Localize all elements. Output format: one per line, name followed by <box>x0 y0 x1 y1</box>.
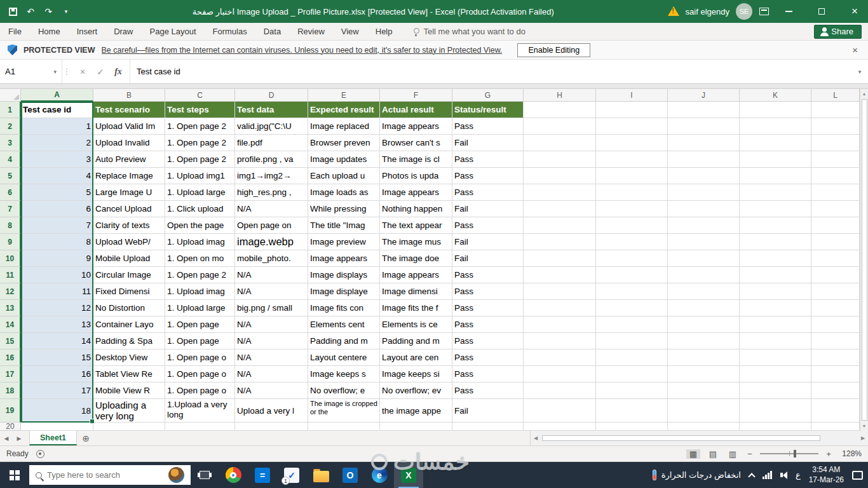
clock[interactable]: 3:54 AM 17-Mar-26 <box>809 465 844 485</box>
cell-G12[interactable]: Pass <box>452 283 524 300</box>
cancel-entry-icon[interactable]: × <box>75 67 90 77</box>
cell-F3[interactable]: Browser can't s <box>380 135 452 151</box>
cell-B19[interactable]: Uploading a very long <box>93 399 165 423</box>
cell-D4[interactable]: profile.png , va <box>235 151 308 168</box>
cell-I11[interactable] <box>596 267 668 283</box>
cell-D14[interactable]: N/A <box>235 316 308 333</box>
cell-K3[interactable] <box>740 135 811 151</box>
cell-C18[interactable]: 1. Open page o <box>165 383 235 399</box>
cell-K9[interactable] <box>740 234 811 250</box>
cell-E11[interactable]: Image displays <box>308 267 380 283</box>
cell-F17[interactable]: Image keeps si <box>380 366 452 383</box>
avatar[interactable]: SE <box>736 3 752 20</box>
cell-K15[interactable] <box>740 333 811 349</box>
cell-J14[interactable] <box>668 316 740 333</box>
cell-L4[interactable] <box>811 151 860 168</box>
cell-B7[interactable]: Cancel Upload <box>93 201 165 217</box>
share-button[interactable]: Share <box>814 25 862 39</box>
search-highlight-icon[interactable] <box>168 467 184 483</box>
cell-K7[interactable] <box>740 201 811 217</box>
cell-C8[interactable]: Open the page <box>165 217 235 234</box>
scroll-up-icon[interactable]: ▲ <box>860 89 868 98</box>
cell-E1[interactable]: Expected result <box>308 102 380 118</box>
search-input[interactable] <box>47 470 163 480</box>
cell-J9[interactable] <box>668 234 740 250</box>
column-header-F[interactable]: F <box>380 89 452 102</box>
taskbar-search[interactable] <box>29 465 191 485</box>
cell-B6[interactable]: Large Image U <box>93 184 165 201</box>
cell-G14[interactable]: Pass <box>452 316 524 333</box>
row-header-20[interactable]: 20 <box>0 423 21 431</box>
cell-F13[interactable]: Image fits the f <box>380 300 452 316</box>
cell-F6[interactable]: Image appears <box>380 184 452 201</box>
cell-B10[interactable]: Mobile Upload <box>93 250 165 267</box>
cell-E14[interactable]: Elements cent <box>308 316 380 333</box>
column-header-C[interactable]: C <box>165 89 235 102</box>
cell-L20[interactable] <box>811 423 860 431</box>
cell-B20[interactable] <box>93 423 165 431</box>
cell-B16[interactable]: Desktop View <box>93 349 165 366</box>
name-box-dropdown-icon[interactable]: ▾ <box>53 69 57 75</box>
normal-view-button[interactable]: ▦ <box>686 449 700 459</box>
cell-A4[interactable]: 3 <box>21 151 93 168</box>
cell-L6[interactable] <box>811 184 860 201</box>
cell-H19[interactable] <box>524 399 596 423</box>
cell-E13[interactable]: Image fits con <box>308 300 380 316</box>
column-header-E[interactable]: E <box>308 89 380 102</box>
cell-J11[interactable] <box>668 267 740 283</box>
cell-F10[interactable]: The image doe <box>380 250 452 267</box>
cell-D20[interactable] <box>235 423 308 431</box>
cell-L16[interactable] <box>811 349 860 366</box>
cell-H3[interactable] <box>524 135 596 151</box>
cell-L19[interactable] <box>811 399 860 423</box>
cell-G13[interactable]: Pass <box>452 300 524 316</box>
zoom-in-button[interactable]: + <box>824 449 833 459</box>
confirm-entry-icon[interactable]: ✓ <box>93 67 108 77</box>
cell-I4[interactable] <box>596 151 668 168</box>
cell-G17[interactable]: Pass <box>452 366 524 383</box>
cell-J2[interactable] <box>668 118 740 135</box>
sheet-nav-right-icon[interactable]: ▶ <box>13 435 25 442</box>
page-break-view-button[interactable]: ▥ <box>726 449 740 459</box>
cell-B15[interactable]: Padding & Spa <box>93 333 165 349</box>
cell-B4[interactable]: Auto Preview <box>93 151 165 168</box>
cell-L18[interactable] <box>811 383 860 399</box>
cell-L17[interactable] <box>811 366 860 383</box>
cell-I7[interactable] <box>596 201 668 217</box>
cell-D17[interactable]: N/A <box>235 366 308 383</box>
cell-D13[interactable]: big.png / small <box>235 300 308 316</box>
expand-formula-bar-icon[interactable]: ▾ <box>851 60 868 83</box>
cell-I5[interactable] <box>596 168 668 184</box>
cell-A2[interactable]: 1 <box>21 118 93 135</box>
cell-E10[interactable]: Image appears <box>308 250 380 267</box>
cell-I9[interactable] <box>596 234 668 250</box>
cell-D3[interactable]: file.pdf <box>235 135 308 151</box>
cell-C19[interactable]: 1.Upload a very long <box>165 399 235 423</box>
cell-K10[interactable] <box>740 250 811 267</box>
cell-G11[interactable]: Pass <box>452 267 524 283</box>
cell-G8[interactable]: Pass <box>452 217 524 234</box>
cell-G1[interactable]: Status/result <box>452 102 524 118</box>
cell-G10[interactable]: Fail <box>452 250 524 267</box>
cell-C1[interactable]: Test steps <box>165 102 235 118</box>
cell-H4[interactable] <box>524 151 596 168</box>
cell-H6[interactable] <box>524 184 596 201</box>
cell-E19[interactable]: The image is cropped or the <box>308 399 380 423</box>
cell-L11[interactable] <box>811 267 860 283</box>
zoom-slider-thumb[interactable] <box>794 450 796 458</box>
cell-J16[interactable] <box>668 349 740 366</box>
taskbar-app-file-explorer[interactable] <box>306 462 336 488</box>
action-center-icon[interactable] <box>852 471 863 480</box>
row-header-18[interactable]: 18 <box>0 383 21 399</box>
cell-L14[interactable] <box>811 316 860 333</box>
cell-C2[interactable]: 1. Open page 2 <box>165 118 235 135</box>
cell-E15[interactable]: Padding and m <box>308 333 380 349</box>
cell-K16[interactable] <box>740 349 811 366</box>
cell-J12[interactable] <box>668 283 740 300</box>
cell-E9[interactable]: Image preview <box>308 234 380 250</box>
cell-H16[interactable] <box>524 349 596 366</box>
ribbon-tab-formulas[interactable]: Formulas <box>205 23 255 40</box>
taskbar-app-todo[interactable]: 1✓ <box>277 462 306 488</box>
cell-F14[interactable]: Elements is ce <box>380 316 452 333</box>
cell-K13[interactable] <box>740 300 811 316</box>
